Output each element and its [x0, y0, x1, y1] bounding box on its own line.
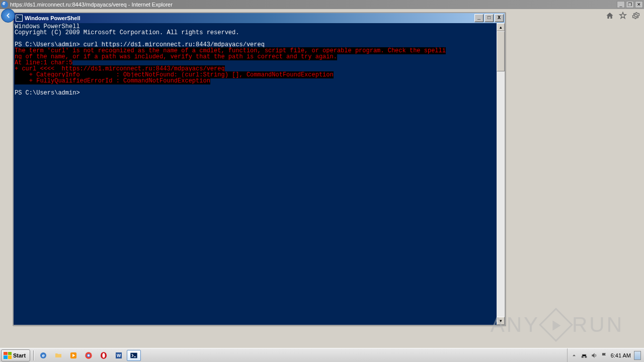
taskbar-divider	[33, 350, 34, 360]
svg-rect-10	[130, 352, 137, 358]
terminal-prompt: PS C:\Users\admin>	[15, 89, 80, 97]
browser-title-bar: https://ds1.mirconnect.ru:8443/mdpayacs/…	[0, 0, 644, 9]
home-icon[interactable]	[606, 12, 614, 20]
scroll-up-button[interactable]: ▴	[497, 23, 505, 31]
taskbar-clock[interactable]: 6:41 AM	[611, 352, 631, 358]
powershell-window-controls: _ □ X	[474, 14, 505, 22]
watermark: ANY RUN	[491, 313, 624, 337]
browser-minimize-button[interactable]: _	[617, 1, 625, 8]
powershell-maximize-button[interactable]: □	[485, 14, 494, 22]
back-arrow-icon	[5, 12, 12, 19]
powershell-body: Windows PowerShell Copyright (C) 2009 Mi…	[14, 23, 505, 325]
svg-point-5	[88, 354, 90, 356]
taskbar-apps: e W	[36, 350, 141, 361]
watermark-left: ANY	[491, 313, 540, 337]
taskbar-app-media[interactable]	[66, 350, 80, 361]
favorites-star-icon[interactable]	[619, 12, 627, 20]
powershell-terminal[interactable]: Windows PowerShell Copyright (C) 2009 Mi…	[14, 23, 497, 325]
svg-text:W: W	[117, 353, 121, 358]
browser-maximize-button[interactable]: ❐	[626, 1, 634, 8]
opera-icon	[100, 351, 108, 359]
taskbar-app-explorer[interactable]	[51, 350, 65, 361]
powershell-icon	[16, 15, 23, 22]
powershell-icon	[130, 351, 138, 359]
svg-text:e: e	[42, 353, 44, 358]
taskbar-app-word[interactable]: W	[112, 350, 126, 361]
ie-icon	[1, 1, 8, 8]
tray-expand-icon[interactable]	[571, 352, 578, 359]
watermark-play-icon	[539, 308, 573, 342]
start-label: Start	[13, 352, 26, 358]
svg-rect-11	[581, 356, 583, 358]
taskbar-app-ie[interactable]: e	[36, 350, 50, 361]
taskbar-app-chrome[interactable]	[82, 350, 96, 361]
taskbar-app-opera[interactable]	[97, 350, 111, 361]
tools-gear-icon[interactable]	[632, 12, 640, 20]
browser-toolbar-icons	[606, 12, 640, 20]
taskbar: Start e W 6:41 AM	[0, 348, 644, 362]
browser-window-controls: _ ❐ ✕	[617, 1, 643, 8]
powershell-title: Windows PowerShell	[25, 15, 474, 21]
volume-icon[interactable]	[591, 352, 598, 359]
browser-close-button[interactable]: ✕	[635, 1, 643, 8]
powershell-scrollbar[interactable]: ▴ ▾	[497, 23, 505, 325]
folder-icon	[54, 351, 62, 359]
word-icon: W	[115, 351, 123, 359]
windows-logo-icon	[4, 352, 12, 359]
svg-point-7	[102, 353, 105, 357]
show-desktop-button[interactable]	[634, 351, 641, 360]
browser-title: https://ds1.mirconnect.ru:8443/mdpayacs/…	[10, 2, 617, 8]
powershell-title-bar[interactable]: Windows PowerShell _ □ X	[14, 13, 505, 23]
chrome-icon	[85, 351, 93, 359]
terminal-copyright: Copyright (C) 2009 Microsoft Corporation…	[15, 29, 239, 36]
powershell-minimize-button[interactable]: _	[474, 14, 484, 22]
system-tray: 6:41 AM	[567, 348, 644, 362]
powershell-close-button[interactable]: X	[495, 14, 504, 22]
watermark-right: RUN	[572, 313, 624, 337]
browser-back-button[interactable]	[1, 9, 15, 23]
start-button[interactable]: Start	[1, 349, 30, 361]
network-icon[interactable]	[581, 352, 588, 359]
powershell-window: Windows PowerShell _ □ X Windows PowerSh…	[13, 12, 506, 326]
svg-rect-12	[585, 356, 587, 358]
scroll-thumb[interactable]	[497, 31, 505, 71]
ie-icon: e	[39, 351, 47, 359]
media-player-icon	[69, 351, 77, 359]
scroll-track[interactable]	[497, 31, 505, 317]
taskbar-app-powershell[interactable]	[127, 350, 141, 361]
flag-icon[interactable]	[601, 352, 608, 359]
terminal-error-line: + FullyQualifiedErrorId : CommandNotFoun…	[15, 77, 210, 84]
